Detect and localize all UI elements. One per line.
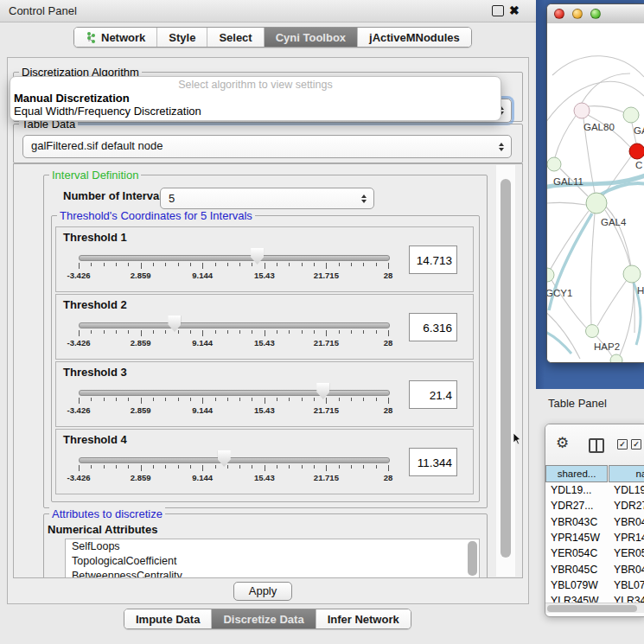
threshold-value-field[interactable]: 11.344 (409, 448, 457, 476)
tick-label: 21.715 (314, 271, 339, 280)
network-node[interactable] (574, 103, 590, 118)
network-node[interactable] (610, 354, 622, 362)
network-window-titlebar[interactable] (547, 4, 644, 24)
checkbox-icon[interactable]: ✓ (631, 439, 641, 450)
cell-name[interactable]: YBR045C (608, 564, 644, 576)
columns-icon[interactable] (589, 438, 604, 453)
minor-tick (104, 465, 105, 469)
table-row[interactable]: YBR045CYBR045C (545, 561, 644, 577)
float-window-icon[interactable] (492, 5, 504, 16)
table-row[interactable]: YDL19...YDL19... (545, 482, 644, 498)
major-tick (265, 465, 265, 471)
minor-tick (376, 465, 377, 469)
cell-shared-name[interactable]: YER054C (545, 547, 608, 559)
major-tick (326, 263, 327, 269)
gear-icon[interactable]: ⚙ (556, 436, 569, 451)
attribute-item[interactable]: BetweennessCentrality (66, 569, 479, 578)
slider-track[interactable] (79, 255, 390, 261)
tick-label: -3.426 (67, 405, 91, 415)
cell-name[interactable]: YER054C (608, 547, 644, 559)
popup-item-manual-discretization[interactable]: Manual Discretization (14, 92, 130, 105)
column-header-shared-name[interactable]: shared... (545, 465, 608, 482)
minor-tick (104, 330, 105, 334)
network-canvas[interactable]: GAL80GALCGAL11GAL4GCY1HHAP2 (547, 23, 644, 362)
number-of-intervals-spinner[interactable]: 5 (160, 188, 374, 209)
close-traffic-light[interactable] (554, 9, 564, 19)
table-row[interactable]: YBL079WYBL079W (545, 577, 644, 593)
horizontal-scrollbar-thumb[interactable] (547, 605, 637, 612)
minor-tick (302, 263, 303, 266)
table-row[interactable]: YLR345WYLR345W (545, 593, 644, 603)
major-tick (202, 398, 203, 404)
slider-track[interactable] (79, 322, 390, 328)
apply-button[interactable]: Apply (233, 582, 292, 601)
threshold-value-field[interactable]: 6.316 (409, 313, 457, 341)
minor-tick (91, 330, 92, 334)
cell-name[interactable]: YDL19... (608, 484, 644, 496)
table-row[interactable]: YER054CYER054C (545, 545, 644, 561)
cell-shared-name[interactable]: YPR145W (545, 532, 608, 544)
tab-cyni-toolbox[interactable]: Cyni Toolbox (264, 28, 357, 47)
scrollbar-thumb[interactable] (501, 179, 511, 558)
checkbox-icon[interactable]: ✓ (617, 439, 628, 450)
table-row[interactable]: YDR27...YDR27... (545, 498, 644, 513)
network-node[interactable] (623, 107, 639, 123)
network-node[interactable] (586, 325, 599, 338)
horizontal-scrollbar-track[interactable] (545, 603, 644, 613)
tab-network[interactable]: Network (74, 28, 156, 47)
network-node[interactable] (547, 157, 561, 171)
network-node[interactable] (586, 193, 607, 214)
threshold-label: Threshold 4 (63, 433, 127, 446)
cell-name[interactable]: YBR043C (608, 516, 644, 528)
column-header-name[interactable]: name (609, 465, 644, 482)
numerical-attributes-list[interactable]: SelfLoopsTopologicalCoefficientBetweenne… (65, 539, 480, 578)
threshold-value-field[interactable]: 14.713 (409, 245, 457, 274)
control-panel-titlebar: Control Panel ✖ (0, 0, 536, 22)
table-row[interactable]: YBR043CYBR043C (545, 514, 644, 530)
cell-shared-name[interactable]: YDR27... (545, 500, 608, 512)
cell-name[interactable]: YPR145W (608, 532, 644, 544)
cell-name[interactable]: YLR345W (608, 595, 644, 603)
minimize-traffic-light[interactable] (572, 9, 583, 19)
tab-impute-data[interactable]: Impute Data (124, 609, 211, 628)
cell-shared-name[interactable]: YBR045C (545, 564, 608, 576)
scrollbar-track[interactable] (496, 165, 515, 577)
attribute-item[interactable]: TopologicalCoefficient (66, 554, 479, 569)
right-region: GAL80GALCGAL11GAL4GCY1HHAP2 Table Panel … (536, 0, 644, 644)
cell-name[interactable]: YBL079W (608, 579, 644, 591)
cell-shared-name[interactable]: YBR043C (545, 516, 608, 528)
tick-label: 15.43 (254, 473, 275, 482)
close-icon[interactable]: ✖ (509, 3, 520, 17)
minor-tick (190, 465, 191, 469)
table-data-combobox[interactable]: galFiltered.sif default node (22, 135, 512, 158)
tab-style[interactable]: Style (156, 28, 207, 47)
tick-label: 9.144 (192, 473, 213, 482)
network-graph[interactable]: GAL80GALCGAL11GAL4GCY1HHAP2 (547, 23, 644, 362)
cell-shared-name[interactable]: YLR345W (545, 595, 608, 603)
network-edge (555, 116, 576, 157)
slider-thumb[interactable] (168, 316, 181, 332)
cell-shared-name[interactable]: YDL19... (545, 484, 608, 496)
table-row[interactable]: YPR145WYPR145W (545, 530, 644, 545)
tab-select[interactable]: Select (207, 28, 263, 47)
tab-infer-network[interactable]: Infer Network (316, 609, 411, 628)
slider-track[interactable] (79, 457, 390, 463)
cell-shared-name[interactable]: YBL079W (545, 579, 608, 591)
slider-thumb[interactable] (218, 450, 231, 467)
cell-name[interactable]: YDR27... (608, 500, 644, 512)
network-node[interactable] (623, 265, 641, 283)
threshold-panel-2: Threshold 2-3.4262.8599.14415.4321.71528… (55, 294, 474, 360)
minor-tick (363, 465, 364, 469)
network-node[interactable] (629, 143, 644, 159)
zoom-traffic-light[interactable] (590, 9, 601, 19)
network-node[interactable] (547, 268, 554, 282)
slider-thumb[interactable] (316, 383, 329, 399)
tab-jactivemnodules[interactable]: jActiveMNodules (357, 28, 471, 47)
network-edge (547, 202, 586, 205)
attribute-item[interactable]: SelfLoops (66, 539, 479, 554)
popup-item-equal-width-frequency-discreti[interactable]: Equal Width/Frequency Discretization (14, 105, 201, 118)
threshold-value-field[interactable]: 21.4 (409, 380, 457, 409)
list-scrollbar-thumb[interactable] (468, 541, 477, 576)
tab-discretize-data[interactable]: Discretize Data (211, 609, 315, 628)
slider-track[interactable] (79, 390, 390, 396)
